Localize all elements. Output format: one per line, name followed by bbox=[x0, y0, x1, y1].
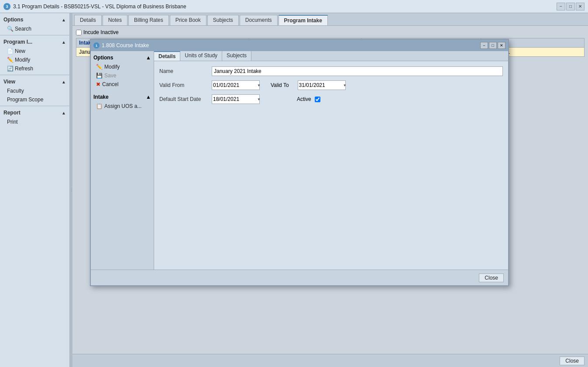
modal-minimize-button[interactable]: − bbox=[480, 42, 488, 49]
form-row-valid: Valid From Valid To bbox=[159, 80, 503, 90]
sidebar-program-arrow: ▲ bbox=[62, 40, 66, 45]
modal-tab-details[interactable]: Details bbox=[154, 51, 180, 61]
title-bar-title: 3.1 Program Details - BSB50215-VSL - VSL… bbox=[13, 3, 186, 10]
modal-tab-bar: Details Units of Study Subjects bbox=[154, 51, 508, 61]
form-row-name: Name bbox=[159, 66, 503, 76]
tab-details[interactable]: Details bbox=[74, 15, 102, 25]
modal-save-label: Save bbox=[104, 73, 116, 79]
tab-billing-rates[interactable]: Billing Rates bbox=[128, 15, 169, 25]
modal-save-icon: 💾 bbox=[96, 73, 103, 79]
sidebar-item-refresh[interactable]: 🔄 Refresh bbox=[0, 64, 69, 73]
main-tab-bar: Details Notes Billing Rates Price Book S… bbox=[72, 13, 588, 26]
modal-intake-label: Intake bbox=[93, 94, 109, 100]
modal-course-intake: 1 1.808 Course Intake − □ ✕ bbox=[90, 39, 509, 286]
sidebar-section-report[interactable]: Report ▲ bbox=[0, 108, 69, 118]
tab-subjects[interactable]: Subjects bbox=[207, 15, 239, 25]
name-label: Name bbox=[159, 68, 212, 74]
new-icon: 📄 bbox=[7, 48, 13, 54]
sidebar-item-search[interactable]: 🔍 Search bbox=[0, 24, 69, 33]
title-bar-controls: − □ ✕ bbox=[557, 3, 585, 10]
sidebar-item-print[interactable]: Print bbox=[0, 118, 69, 126]
sidebar-view-arrow: ▲ bbox=[62, 80, 66, 84]
modal-intake-arrow: ▲ bbox=[146, 94, 151, 100]
maximize-button[interactable]: □ bbox=[566, 3, 575, 10]
sidebar-item-faculty[interactable]: Faculty bbox=[0, 87, 69, 95]
modal-maximize-button[interactable]: □ bbox=[489, 42, 497, 49]
modal-tab-subjects[interactable]: Subjects bbox=[222, 51, 251, 61]
modal-tab-units-of-study[interactable]: Units of Study bbox=[180, 51, 222, 61]
search-icon: 🔍 bbox=[7, 26, 13, 32]
valid-to-label: Valid To bbox=[271, 82, 289, 88]
bottom-bar: Close bbox=[72, 354, 588, 367]
modal-inner: Options ▲ ✏️ Modify 💾 Save bbox=[91, 51, 508, 270]
sidebar-program-scope-label: Program Scope bbox=[7, 97, 43, 103]
modal-options-arrow: ▲ bbox=[146, 55, 151, 61]
sidebar-view-label: View bbox=[3, 79, 15, 85]
modal-content: Details Units of Study Subjects Name bbox=[154, 51, 508, 270]
valid-from-input[interactable] bbox=[212, 80, 260, 90]
sidebar-divider-1 bbox=[0, 35, 69, 35]
sidebar-print-label: Print bbox=[7, 119, 18, 125]
modal-close-button[interactable]: Close bbox=[479, 274, 504, 282]
content-area: Details Notes Billing Rates Price Book S… bbox=[72, 13, 588, 367]
modal-close-x-button[interactable]: ✕ bbox=[498, 42, 505, 49]
main-bottom-close-button[interactable]: Close bbox=[560, 357, 585, 365]
valid-from-wrapper bbox=[212, 80, 262, 90]
main-close-button[interactable]: ✕ bbox=[576, 3, 585, 10]
modal-title-bar: 1 1.808 Course Intake − □ ✕ bbox=[91, 40, 508, 51]
sidebar-item-new[interactable]: 📄 New bbox=[0, 47, 69, 55]
sidebar-faculty-label: Faculty bbox=[7, 88, 24, 94]
modal-sidebar: Options ▲ ✏️ Modify 💾 Save bbox=[91, 51, 154, 270]
sidebar-section-program[interactable]: Program I... ▲ bbox=[0, 37, 69, 47]
modal-modify-label: Modify bbox=[104, 64, 120, 70]
sidebar-new-label: New bbox=[15, 48, 25, 54]
assign-uos-label: Assign UOS a... bbox=[104, 103, 141, 109]
default-start-date-input[interactable] bbox=[212, 94, 260, 104]
tab-notes[interactable]: Notes bbox=[103, 15, 127, 25]
sidebar-options-label: Options bbox=[3, 17, 23, 23]
active-label: Active bbox=[297, 96, 311, 102]
refresh-icon: 🔄 bbox=[7, 66, 13, 72]
modal-form: Name Valid From Valid To bbox=[154, 61, 508, 270]
sidebar-refresh-label: Refresh bbox=[15, 66, 33, 72]
valid-to-input[interactable] bbox=[298, 80, 346, 90]
sidebar: Options ▲ 🔍 Search Program I... ▲ 📄 New … bbox=[0, 13, 70, 367]
modal-sidebar-item-modify[interactable]: ✏️ Modify bbox=[91, 62, 154, 71]
default-start-date-label: Default Start Date bbox=[159, 96, 212, 102]
modal-overlay: 1 1.808 Course Intake − □ ✕ bbox=[72, 26, 588, 354]
sidebar-report-label: Report bbox=[3, 110, 21, 116]
sidebar-item-program-scope[interactable]: Program Scope bbox=[0, 95, 69, 104]
modal-sidebar-item-assign-uos[interactable]: 📋 Assign UOS a... bbox=[91, 102, 154, 111]
tab-program-intake[interactable]: Program Intake bbox=[279, 15, 328, 25]
modal-title-bar-left: 1 1.808 Course Intake bbox=[93, 42, 149, 48]
modal-sidebar-section-intake[interactable]: Intake ▲ bbox=[91, 92, 154, 102]
sidebar-section-view[interactable]: View ▲ bbox=[0, 77, 69, 87]
modal-sidebar-item-cancel[interactable]: ✖ Cancel bbox=[91, 80, 154, 89]
sidebar-section-options[interactable]: Options ▲ bbox=[0, 15, 69, 24]
name-input[interactable] bbox=[212, 66, 503, 76]
modal-cancel-icon: ✖ bbox=[96, 81, 100, 87]
title-bar-left: 3 3.1 Program Details - BSB50215-VSL - V… bbox=[3, 3, 186, 10]
active-checkbox[interactable] bbox=[315, 97, 320, 102]
default-start-date-wrapper bbox=[212, 94, 262, 104]
valid-from-label: Valid From bbox=[159, 82, 212, 88]
app-icon: 3 bbox=[3, 3, 10, 10]
modal-app-icon: 1 bbox=[93, 42, 100, 48]
intake-content: Incude Inactive Intake Name ▲ Default St… bbox=[72, 26, 588, 354]
minimize-button[interactable]: − bbox=[557, 3, 565, 10]
title-bar: 3 3.1 Program Details - BSB50215-VSL - V… bbox=[0, 0, 588, 13]
modal-title-text: 1.808 Course Intake bbox=[102, 42, 149, 48]
tab-documents[interactable]: Documents bbox=[240, 15, 278, 25]
modal-modify-icon: ✏️ bbox=[96, 64, 103, 70]
sidebar-divider-3 bbox=[0, 106, 69, 106]
main-layout: Options ▲ 🔍 Search Program I... ▲ 📄 New … bbox=[0, 13, 588, 367]
sidebar-program-label: Program I... bbox=[3, 39, 32, 45]
valid-to-wrapper bbox=[298, 80, 348, 90]
modal-cancel-label: Cancel bbox=[102, 81, 118, 87]
sidebar-options-arrow: ▲ bbox=[62, 17, 66, 22]
modal-sidebar-section-options[interactable]: Options ▲ bbox=[91, 53, 154, 62]
modal-title-controls: − □ ✕ bbox=[480, 42, 505, 49]
tab-price-book[interactable]: Price Book bbox=[170, 15, 206, 25]
sidebar-modify-label: Modify bbox=[15, 57, 30, 63]
sidebar-item-modify[interactable]: ✏️ Modify bbox=[0, 55, 69, 64]
